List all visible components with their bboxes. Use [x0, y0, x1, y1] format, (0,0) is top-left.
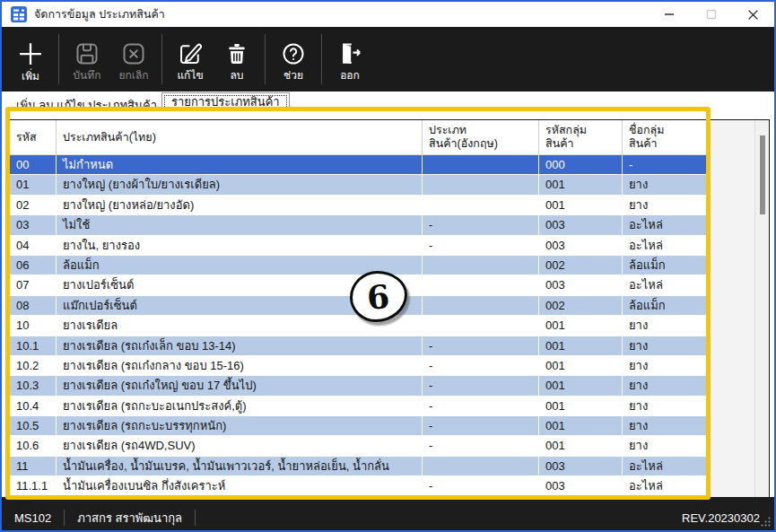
save-button: บันทึก	[64, 27, 110, 92]
cell-name-th: ยางเรเดียล (รถเก๋งกลาง ขอบ 15-16)	[57, 356, 423, 375]
cell-code: 11.1.1	[10, 476, 57, 495]
table-row[interactable]: 10.3ยางเรเดียล (รถเก๋งใหญ่ ขอบ 17 ขึ้นไป…	[10, 376, 710, 396]
help-button-label: ช่วย	[283, 69, 303, 82]
trash-icon	[224, 41, 249, 66]
cell-code: 02	[10, 196, 57, 214]
cell-code: 08	[10, 296, 57, 315]
cell-code: 03	[10, 215, 57, 234]
toolbar: เพิ่ม บันทึก ยกเลิก แก้ไข	[2, 27, 774, 92]
table-row[interactable]: 00ไม่กำหนด000-	[10, 155, 710, 175]
cell-name-en	[423, 196, 539, 214]
maximize-button[interactable]	[690, 2, 732, 27]
cell-name-en: -	[423, 416, 539, 435]
resize-grip-icon[interactable]	[760, 516, 772, 528]
delete-button-label: ลบ	[231, 69, 244, 82]
cell-name-en	[423, 275, 539, 294]
cell-group-name: อะไหล่	[623, 236, 710, 255]
cell-group-code: 002	[539, 256, 623, 275]
cell-group-name: ยาง	[623, 196, 710, 214]
edit-button[interactable]: แก้ไข	[167, 27, 214, 92]
table-row[interactable]: 11.1.1น้ำมันเครื่องเบนซิล กึ่งสังเคราะห์…	[10, 476, 710, 496]
help-button[interactable]: ช่วย	[270, 27, 317, 92]
cell-name-th: ไม่ใช้	[57, 215, 423, 234]
cell-code: 00	[10, 155, 57, 174]
toolbar-separator	[265, 34, 266, 84]
cell-group-code: 001	[539, 397, 623, 415]
tab-edit-product-type[interactable]: เพิ่ม ลบ แก้ไข ประเภทสินค้า	[13, 94, 161, 117]
exit-button[interactable]: ออก	[327, 27, 373, 92]
cancel-button: ยกเลิก	[110, 27, 157, 92]
cell-group-code: 001	[539, 196, 623, 214]
column-header-group-code[interactable]: รหัสกลุ่ม สินค้า	[539, 120, 623, 154]
grid-header: รหัส ประเภทสินค้า(ไทย) ประเภท สินค้า(อัง…	[10, 120, 710, 155]
cell-group-name: ยาง	[623, 436, 710, 455]
cell-name-en	[423, 155, 539, 174]
cell-group-name: ล้อแม็ก	[623, 296, 710, 315]
cell-name-en: -	[423, 236, 539, 255]
cancel-button-label: ยกเลิก	[118, 69, 148, 82]
toolbar-separator	[58, 34, 59, 84]
cell-group-name: ล้อแม็ก	[623, 256, 710, 275]
cell-group-name: -	[623, 155, 710, 174]
add-button[interactable]: เพิ่ม	[7, 27, 54, 92]
close-button[interactable]	[732, 2, 774, 27]
cell-group-name: อะไหล่	[623, 215, 710, 234]
cell-name-en: -	[423, 436, 539, 455]
cell-code: 10.6	[10, 436, 57, 455]
cell-name-en	[423, 296, 539, 315]
plus-icon	[17, 40, 44, 67]
cell-name-en: -	[423, 476, 539, 495]
column-header-group-name[interactable]: ชื่อกลุ่ม สินค้า	[623, 120, 710, 154]
scrollbar-thumb[interactable]	[760, 135, 765, 214]
minimize-button[interactable]	[648, 2, 690, 27]
table-row[interactable]: 04ยางใน, ยางรอง-003อะไหล่	[10, 236, 710, 256]
table-row[interactable]: 10.4ยางเรเดียล (รถกะบะอเนกประสงค์,ตู้)-0…	[10, 397, 710, 416]
cell-group-code: 003	[539, 275, 623, 294]
vertical-scrollbar[interactable]	[754, 120, 769, 498]
status-separator	[195, 510, 196, 526]
table-row[interactable]: 10.2ยางเรเดียล (รถเก๋งกลาง ขอบ 15-16)-00…	[10, 356, 710, 376]
cell-group-name: ยาง	[623, 316, 710, 335]
cell-code: 06	[10, 256, 57, 275]
cell-name-th: น้ำมันเครื่องเบนซิล กึ่งสังเคราะห์	[57, 476, 423, 495]
table-row[interactable]: 06ล้อแม็ก002ล้อแม็ก	[10, 256, 710, 275]
add-button-label: เพิ่ม	[22, 70, 39, 83]
cell-group-code: 003	[539, 215, 623, 234]
status-form-code: MS102	[2, 511, 64, 525]
cell-code: 10.3	[10, 376, 57, 395]
cell-name-th: ยางใหญ่ (ยางหล่อ/ยางอัด)	[57, 196, 423, 214]
delete-button[interactable]: ลบ	[214, 27, 260, 92]
column-header-name-th[interactable]: ประเภทสินค้า(ไทย)	[57, 120, 423, 154]
table-row[interactable]: 02ยางใหญ่ (ยางหล่อ/ยางอัด)001ยาง	[10, 196, 710, 215]
window-controls	[648, 2, 774, 27]
help-icon	[281, 41, 306, 66]
table-row[interactable]: 10.6ยางเรเดียล (รถ4WD,SUV)-001ยาง	[10, 436, 710, 456]
table-row[interactable]: 01ยางใหญ่ (ยางผ้าใบ/ยางเรเดียล)001ยาง	[10, 175, 710, 195]
column-header-code[interactable]: รหัส	[10, 120, 57, 154]
cell-group-code: 001	[539, 175, 623, 194]
edit-icon	[178, 41, 203, 66]
cell-name-en: -	[423, 397, 539, 415]
table-row[interactable]: 11น้ำมันเครื่อง, น้ำมันเบรค, น้ำมันเพาวเ…	[10, 457, 710, 476]
cell-name-th: ยางเรเดียล (รถ4WD,SUV)	[57, 436, 423, 455]
toolbar-separator	[161, 34, 162, 84]
cell-group-code: 003	[539, 236, 623, 255]
cell-name-en	[423, 316, 539, 335]
tab-product-type-list[interactable]: รายการประเภทสินค้า	[161, 92, 290, 111]
table-row[interactable]: 10.1ยางเรเดียล (รถเก๋งเล็ก ขอบ 13-14)-00…	[10, 336, 710, 356]
save-icon	[74, 41, 100, 66]
tab-bar: เพิ่ม ลบ แก้ไข ประเภทสินค้า รายการประเภท…	[2, 92, 774, 112]
column-header-name-en[interactable]: ประเภท สินค้า(อังกฤษ)	[423, 120, 539, 154]
cell-group-code: 001	[539, 376, 623, 395]
cell-name-en: -	[423, 376, 539, 395]
cell-name-en: -	[423, 215, 539, 234]
cell-name-th: ยางใน, ยางรอง	[57, 236, 423, 255]
cell-group-name: อะไหล่	[623, 476, 710, 495]
cell-group-code: 001	[539, 356, 623, 375]
table-row[interactable]: 10ยางเรเดียล001ยาง	[10, 316, 710, 336]
cell-code: 10.4	[10, 397, 57, 415]
grid-rows: 00ไม่กำหนด000-01ยางใหญ่ (ยางผ้าใบ/ยางเรเ…	[10, 155, 769, 497]
table-row[interactable]: 10.5ยางเรเดียล (รถกะบะบรรทุกหนัก)-001ยาง	[10, 416, 710, 436]
table-row[interactable]: 03ไม่ใช้-003อะไหล่	[10, 215, 710, 235]
cell-name-th: น้ำมันเครื่อง, น้ำมันเบรค, น้ำมันเพาวเวอ…	[57, 457, 423, 475]
